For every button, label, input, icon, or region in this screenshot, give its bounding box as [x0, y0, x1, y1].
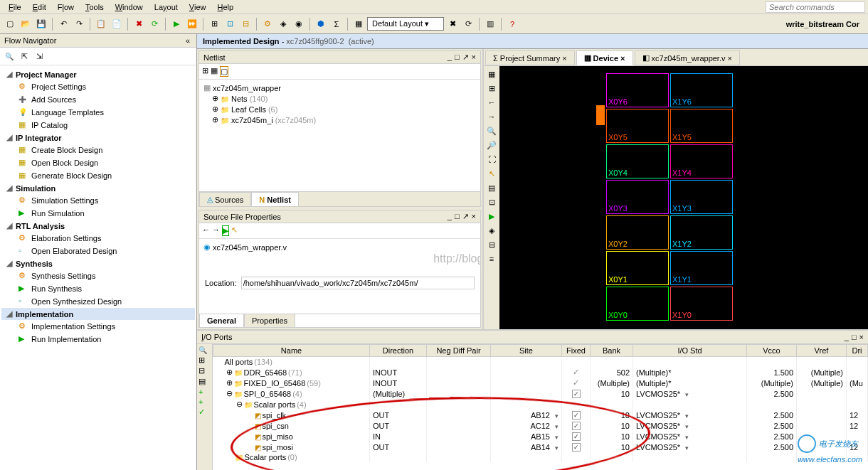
dev-tb-5[interactable]: ◈ — [485, 224, 498, 237]
nav-collapse-icon[interactable]: ⇱ — [18, 50, 31, 63]
tab-xc7z045m_wrapper-v[interactable]: ◧ xc7z045m_wrapper.v × — [635, 50, 740, 65]
io-row[interactable]: spi_mosi OUTAB14 10LVCMOS25* 2.50012 — [213, 442, 868, 452]
io-tb2[interactable]: ⊟ — [199, 366, 211, 375]
netlist-tree[interactable]: xc7z045m_wrapper ⊕ Nets (140)⊕ Leaf Cell… — [199, 80, 480, 191]
nav-section-implementation[interactable]: ◢Implementation — [1, 308, 195, 320]
minimize-icon[interactable]: _ — [845, 333, 849, 341]
dev-tb-fwd[interactable]: → — [485, 110, 498, 123]
chip-region-X0Y6[interactable]: X0Y6 — [606, 73, 669, 107]
menu-flow[interactable]: Flow — [52, 1, 80, 13]
netlist-tb3[interactable]: ▢ — [220, 66, 228, 77]
menu-window[interactable]: Window — [110, 1, 149, 13]
col-vcco[interactable]: Vcco — [747, 345, 797, 357]
run-button[interactable]: ▶ — [169, 17, 184, 31]
tool5-button[interactable]: ◉ — [292, 17, 306, 31]
nav-section-ip-integrator[interactable]: ◢IP Integrator — [1, 132, 195, 144]
tab-project-summary[interactable]: Σ Project Summary × — [485, 50, 575, 65]
io-row[interactable]: spi_miso INAB15 10LVCMOS25* 2.500 — [213, 431, 868, 442]
close-icon[interactable]: × — [727, 54, 731, 63]
search-input[interactable] — [766, 1, 865, 13]
tab-general[interactable]: General — [199, 314, 244, 327]
tool10-button[interactable]: ⟳ — [461, 17, 475, 31]
chip-region-X1Y0[interactable]: X1Y0 — [670, 287, 733, 321]
tab-properties[interactable]: Properties — [244, 314, 295, 327]
io-row[interactable]: spi_csn OUTAC12 10LVCMOS25* 2.50012 — [213, 420, 868, 431]
chip-region-X0Y0[interactable]: X0Y0 — [606, 287, 669, 321]
close-icon[interactable]: × — [620, 54, 625, 63]
nav-item-simulation-settings[interactable]: Simulation Settings — [1, 194, 195, 207]
col-i-o-std[interactable]: I/O Std — [633, 345, 747, 357]
collapse-icon[interactable]: « — [184, 36, 192, 45]
redo-button[interactable]: ↷ — [72, 17, 86, 31]
io-row[interactable]: ⊕ FIXED_IO_65468 (59)INOUT(Multiple)(Mul… — [213, 378, 868, 388]
tool2-button[interactable]: ⊡ — [223, 17, 237, 31]
copy-button[interactable]: 📋 — [94, 17, 108, 31]
tab-netlist[interactable]: N Netlist — [251, 192, 299, 206]
io-tb1[interactable]: ⊞ — [199, 356, 211, 365]
chip-region-X1Y2[interactable]: X1Y2 — [670, 215, 733, 250]
minimize-icon[interactable]: _ — [448, 212, 452, 221]
nav-item-run-synthesis[interactable]: Run Synthesis — [1, 282, 195, 295]
io-tb5[interactable]: + — [199, 397, 211, 406]
io-search-icon[interactable] — [199, 346, 211, 354]
chip-region-X0Y5[interactable]: X0Y5 — [606, 109, 669, 143]
dev-tb-fit[interactable]: ⛶ — [485, 153, 498, 166]
chip-region-X1Y4[interactable]: X1Y4 — [670, 144, 733, 178]
device-view[interactable]: X0Y6X1Y6X0Y5X1Y5X0Y4X1Y4X0Y3X1Y3X0Y2X1Y2… — [499, 66, 868, 329]
close-icon[interactable]: × — [472, 212, 476, 221]
tool7-button[interactable]: Σ — [329, 17, 344, 31]
col-fixed[interactable]: Fixed — [562, 345, 591, 357]
dev-tb-1[interactable]: ⊞ — [485, 82, 498, 95]
chip-region-X1Y6[interactable]: X1Y6 — [670, 73, 733, 107]
nav-expand-icon[interactable]: ⇲ — [33, 50, 46, 63]
nav-item-generate-block-design[interactable]: Generate Block Design — [1, 169, 195, 182]
dev-tb-back[interactable]: ← — [485, 96, 498, 109]
minimize-icon[interactable]: _ — [448, 53, 452, 62]
col-direction[interactable]: Direction — [370, 345, 427, 357]
tool4-button[interactable]: ◈ — [276, 17, 290, 31]
chip-region-X1Y3[interactable]: X1Y3 — [670, 180, 733, 214]
netlist-tb1[interactable]: ⊞ — [202, 66, 208, 77]
nav-item-implementation-settings[interactable]: Implementation Settings — [1, 320, 195, 333]
open-button[interactable]: 📂 — [18, 17, 33, 31]
nav-icon[interactable]: ▶ — [222, 225, 229, 236]
menu-view[interactable]: View — [184, 1, 212, 13]
nav-item-create-block-design[interactable]: Create Block Design — [1, 144, 195, 156]
tool6-button[interactable]: ⬢ — [314, 17, 328, 31]
maximize-icon[interactable]: □ — [852, 333, 857, 341]
netlist-item[interactable]: ⊕ xc7z045m_i (xc7z045m) — [202, 114, 477, 125]
menu-file[interactable]: FFileile — [3, 1, 27, 13]
layout-dropdown[interactable]: Default Layout ▾ — [367, 17, 444, 31]
maximize-icon[interactable]: □ — [455, 53, 460, 62]
nav-section-synthesis[interactable]: ◢Synthesis — [1, 257, 195, 269]
float-icon[interactable]: ↗ — [462, 212, 469, 221]
run-all-button[interactable]: ⏩ — [185, 17, 199, 31]
dev-tb-2[interactable]: ▤ — [485, 181, 498, 194]
chip-region-X1Y5[interactable]: X1Y5 — [670, 109, 733, 143]
chip-region-X0Y4[interactable]: X0Y4 — [606, 144, 669, 178]
menu-help[interactable]: Help — [212, 1, 240, 13]
nav-item-language-templates[interactable]: Language Templates — [1, 106, 195, 119]
tool9-button[interactable]: ✖ — [445, 17, 460, 31]
chip-region-X0Y2[interactable]: X0Y2 — [606, 215, 669, 250]
select-icon[interactable]: ↖ — [231, 225, 238, 236]
settings-button[interactable]: ⚙ — [260, 17, 275, 31]
maximize-icon[interactable]: □ — [455, 212, 460, 221]
dev-tb-4[interactable]: ▶ — [485, 210, 498, 223]
paste-button[interactable]: 📄 — [110, 17, 124, 31]
io-row[interactable]: All ports (134) — [213, 357, 868, 368]
cancel-button[interactable]: ✖ — [132, 17, 146, 31]
tool8-button[interactable]: ▦ — [351, 17, 366, 31]
nav-search-icon[interactable] — [3, 50, 16, 63]
io-row[interactable]: ⊖ SPI_0_65468 (4)(Multiple)10LVCMOS25* 2… — [213, 388, 868, 399]
io-tb6[interactable]: ✓ — [199, 407, 211, 417]
close-icon[interactable]: × — [859, 333, 864, 341]
nav-item-run-simulation[interactable]: Run Simulation — [1, 207, 195, 220]
close-icon[interactable]: × — [472, 53, 476, 62]
menu-tools[interactable]: Tools — [80, 1, 110, 13]
location-field[interactable] — [241, 277, 475, 289]
io-row[interactable]: spi_clk OUTAB12 10LVCMOS25* 2.50012 — [213, 410, 868, 420]
refresh-button[interactable]: ⟳ — [147, 17, 162, 31]
help-button[interactable]: ? — [505, 17, 519, 31]
col-site[interactable]: Site — [491, 345, 562, 357]
